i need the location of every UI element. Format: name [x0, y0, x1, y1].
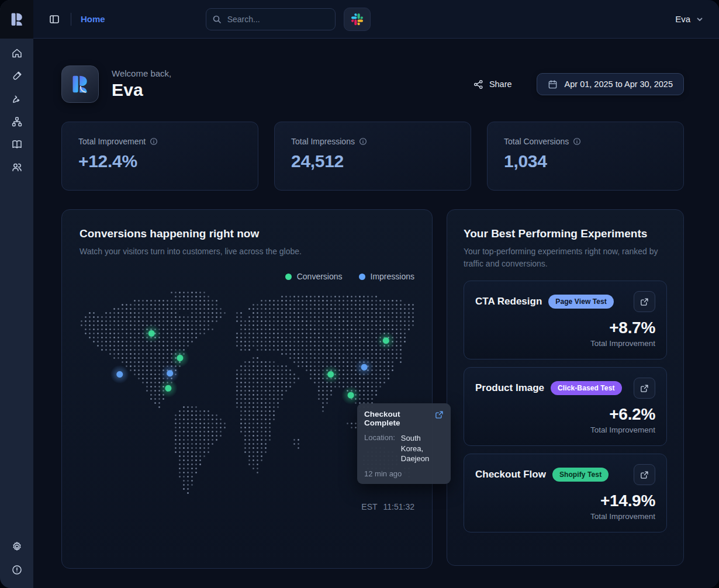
user-menu[interactable]: Eva: [675, 14, 704, 24]
welcome-row: Welcome back, Eva Share Apr 01, 2025 to …: [61, 65, 684, 103]
open-experiment-button[interactable]: [634, 464, 655, 485]
experiment-name: Product Image: [475, 382, 544, 394]
experiment-badge: Page View Test: [548, 295, 614, 309]
audience-users-icon: [11, 161, 23, 173]
sitemap-icon: [11, 116, 23, 127]
legend-label: Conversions: [297, 272, 343, 281]
info-icon[interactable]: [573, 137, 581, 146]
conversion-tooltip: Checkout Complete Location: South Korea,…: [357, 403, 451, 484]
welcome-user-name: Eva: [112, 80, 171, 100]
welcome-greeting: Welcome back,: [112, 68, 171, 78]
sidebar-item-experiments[interactable]: [9, 68, 25, 84]
search: [206, 8, 336, 30]
panel-toggle-icon: [49, 14, 60, 25]
share-label: Share: [489, 79, 512, 89]
split-branch-icon: [11, 93, 23, 105]
tooltip-time-ago: 12 min ago: [364, 469, 444, 478]
sidebar-logo[interactable]: [0, 0, 33, 39]
open-experiment-button[interactable]: [634, 291, 655, 312]
experiment-value: +8.7%: [475, 319, 655, 337]
experiment-item-cta-redesign[interactable]: CTA Redesign Page View Test +8.7% Total …: [464, 281, 667, 359]
stat-card-total-impressions: Total Impressions 24,512: [274, 122, 471, 191]
stat-label: Total Conversions: [504, 137, 569, 146]
docs-book-icon: [11, 139, 23, 150]
sidebar-item-sitemap[interactable]: [9, 114, 25, 129]
sidebar: [0, 0, 33, 588]
slack-button[interactable]: [344, 8, 371, 31]
topbar: Home Eva: [33, 0, 719, 39]
content: Welcome back, Eva Share Apr 01, 2025 to …: [33, 39, 719, 588]
welcome-text: Welcome back, Eva: [112, 68, 171, 100]
experiment-name: CTA Redesign: [475, 296, 542, 307]
clock-time: 11:51:32: [383, 502, 414, 511]
live-conversions-card: Conversions happening right now Watch yo…: [61, 209, 433, 569]
sidebar-toggle-button[interactable]: [46, 11, 63, 27]
stat-value: 1,034: [504, 151, 667, 171]
share-icon: [473, 79, 483, 89]
brand-tile: [61, 65, 99, 103]
date-range-label: Apr 01, 2025 to Apr 30, 2025: [565, 79, 673, 89]
app-window: Home Eva: [0, 0, 719, 588]
experiment-item-checkout-flow[interactable]: Checkout Flow Shopify Test +14.9% Total …: [464, 454, 667, 532]
sidebar-item-settings[interactable]: [9, 539, 25, 554]
user-name: Eva: [675, 14, 690, 24]
stat-card-total-conversions: Total Conversions 1,034: [487, 122, 684, 191]
stat-label: Total Improvement: [78, 137, 146, 146]
external-link-icon[interactable]: [435, 410, 444, 419]
main-column: Home Eva: [33, 0, 719, 588]
experiment-item-product-image[interactable]: Product Image Click-Based Test +6.2% Tot…: [464, 367, 667, 446]
sidebar-item-alerts[interactable]: [9, 562, 25, 577]
experiment-flask-icon: [11, 70, 23, 82]
stats-row: Total Improvement +12.4% Total Impressio…: [61, 122, 684, 191]
legend-dot: [359, 274, 365, 280]
tooltip-title: Checkout Complete: [364, 410, 430, 427]
experiment-badge: Shopify Test: [552, 468, 609, 482]
info-icon[interactable]: [150, 137, 158, 146]
best-experiments-card: Your Best Performing Experiments Your to…: [447, 209, 684, 566]
experiment-value: +14.9%: [475, 492, 655, 510]
experiment-name: Checkout Flow: [475, 469, 546, 480]
chevron-down-icon: [696, 15, 704, 23]
legend-label: Impressions: [371, 272, 414, 281]
sidebar-item-home[interactable]: [9, 46, 25, 61]
external-link-icon: [640, 471, 649, 479]
map-legend: Conversions Impressions: [79, 272, 414, 281]
sidebar-item-split-tests[interactable]: [9, 91, 25, 106]
slack-icon: [351, 13, 363, 25]
experiments-list: CTA Redesign Page View Test +8.7% Total …: [464, 281, 667, 532]
date-range-button[interactable]: Apr 01, 2025 to Apr 30, 2025: [537, 73, 684, 95]
sidebar-item-docs[interactable]: [9, 137, 25, 152]
external-link-icon: [640, 384, 649, 393]
tooltip-location-value: South Korea, Daejeon: [401, 433, 444, 464]
dashboard: Home Eva: [0, 0, 719, 588]
stat-value: 24,512: [291, 151, 454, 171]
open-experiment-button[interactable]: [634, 378, 655, 399]
map-clock: EST 11:51:32: [79, 502, 414, 511]
external-link-icon: [640, 298, 649, 306]
info-icon[interactable]: [359, 137, 367, 146]
share-button[interactable]: Share: [473, 79, 512, 89]
nav-home-link[interactable]: Home: [81, 14, 105, 24]
calendar-icon: [548, 79, 558, 89]
stat-value: +12.4%: [78, 151, 241, 171]
settings-gear-icon: [11, 541, 23, 552]
brand-k-icon: [8, 11, 26, 28]
experiment-value: +6.2%: [475, 405, 655, 424]
experiment-caption: Total Improvement: [475, 512, 655, 521]
welcome-actions: Share Apr 01, 2025 to Apr 30, 2025: [473, 73, 684, 95]
legend-dot: [285, 274, 292, 280]
sidebar-item-audience[interactable]: [9, 160, 25, 175]
experiment-caption: Total Improvement: [475, 426, 655, 434]
home-icon: [11, 47, 23, 59]
search-input[interactable]: [206, 8, 336, 30]
legend-item-conversions: Conversions: [285, 272, 343, 281]
timezone-label: EST: [361, 502, 377, 511]
stat-label: Total Impressions: [291, 137, 355, 146]
sidebar-nav: [9, 39, 25, 175]
legend-item-impressions: Impressions: [359, 272, 414, 281]
map-card-title: Conversions happening right now: [79, 227, 414, 240]
map-card-subtitle: Watch your visitors turn into customers,…: [79, 245, 414, 258]
tooltip-location-label: Location:: [364, 433, 395, 464]
brand-k-logo: [68, 72, 92, 96]
search-icon: [212, 15, 222, 24]
